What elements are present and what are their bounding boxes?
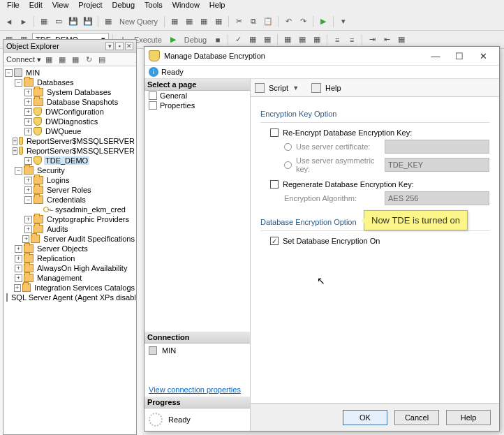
tree-item[interactable]: AlwaysOn High Availability	[36, 264, 128, 272]
tb2-icon-d[interactable]: ▦	[261, 34, 274, 46]
expander-icon[interactable]: +	[22, 235, 29, 243]
copy-icon[interactable]: ⧉	[247, 15, 260, 28]
script-dropdown-icon[interactable]: ▼	[292, 84, 299, 91]
panel-pin-icon[interactable]: ▪	[115, 42, 124, 50]
connect-button[interactable]: Connect ▾	[6, 55, 41, 64]
script-button[interactable]: Script	[269, 84, 288, 92]
expander-icon[interactable]: +	[13, 138, 17, 145]
menu-edit[interactable]: Edit	[25, 1, 47, 12]
new-query-icon[interactable]: ▦	[102, 15, 114, 28]
tb2-icon-g[interactable]: ▦	[311, 34, 323, 46]
tree-item[interactable]: Server Audit Specifications	[42, 235, 136, 243]
close-button[interactable]: ✕	[471, 48, 495, 64]
start-icon[interactable]: ▶	[317, 15, 329, 28]
menu-tools[interactable]: Tools	[140, 1, 167, 12]
save-icon[interactable]: 💾	[67, 15, 80, 28]
tree-item[interactable]: ReportServer$MSSQLSERVER	[25, 137, 136, 145]
dialog-titlebar[interactable]: Manage Database Encryption — ☐ ✕	[144, 47, 499, 65]
expander-icon[interactable]: +	[15, 265, 22, 272]
tb-icon-a[interactable]: ▦	[168, 15, 181, 28]
tree-item[interactable]: SQL Server Agent (Agent XPs disabl	[10, 293, 136, 302]
tb-icon-b[interactable]: ▦	[183, 15, 195, 28]
minimize-button[interactable]: —	[424, 48, 447, 64]
expander-icon[interactable]: +	[24, 177, 32, 184]
stop-icon[interactable]: ■	[212, 34, 224, 46]
expander-icon[interactable]: −	[5, 69, 13, 77]
connect-icon-a[interactable]: ▦	[43, 54, 54, 65]
tree-databases[interactable]: Databases	[36, 78, 75, 87]
menu-debug[interactable]: Debug	[108, 1, 139, 12]
tree-item[interactable]: DWQueue	[44, 127, 82, 135]
menu-project[interactable]: Project	[74, 1, 106, 12]
panel-dropdown-icon[interactable]: ▾	[105, 42, 114, 50]
menu-file[interactable]: File	[3, 1, 24, 12]
tree-item[interactable]: System Databases	[45, 88, 112, 96]
expander-icon[interactable]: +	[24, 89, 32, 96]
new-query-button[interactable]: New Query	[117, 17, 161, 26]
tree-credential-item[interactable]: sysadmin_ekm_cred	[54, 205, 127, 214]
expander-icon[interactable]: +	[15, 274, 22, 282]
tb2-icon-i[interactable]: ≡	[346, 34, 358, 46]
tb2-icon-j[interactable]: ▦	[395, 34, 408, 46]
connect-icon-b[interactable]: ▦	[57, 54, 68, 65]
tb-icon-e[interactable]: ▾	[337, 15, 350, 28]
help-button[interactable]: Help	[446, 410, 491, 425]
view-connection-link[interactable]: View connection properties	[149, 385, 246, 394]
tree-item[interactable]: Audits	[45, 225, 70, 233]
expander-icon[interactable]: +	[24, 157, 32, 165]
expander-icon[interactable]: −	[15, 79, 22, 87]
tree-item[interactable]: Cryptographic Providers	[45, 215, 131, 223]
expander-icon[interactable]: +	[14, 284, 21, 292]
redo-icon[interactable]: ↷	[297, 15, 309, 28]
expander-icon[interactable]: +	[24, 216, 32, 223]
tb-icon-c[interactable]: ▦	[198, 15, 210, 28]
parse-icon[interactable]: ✓	[232, 34, 244, 46]
tb-icon-d[interactable]: ▦	[212, 15, 225, 28]
expander-icon[interactable]: +	[24, 226, 32, 233]
expander-icon[interactable]: +	[24, 98, 32, 106]
expander-icon[interactable]: +	[15, 255, 22, 263]
menu-window[interactable]: Window	[168, 1, 204, 12]
refresh-icon[interactable]: ↻	[83, 54, 94, 65]
paste-icon[interactable]: 📋	[262, 15, 274, 28]
filter-icon[interactable]: ▤	[96, 54, 108, 65]
nav-fwd-icon[interactable]: ►	[17, 15, 30, 28]
tree-item[interactable]: Server Objects	[36, 244, 89, 253]
regenerate-checkbox[interactable]	[270, 180, 279, 189]
tree-item[interactable]: Logins	[45, 176, 71, 184]
new-project-icon[interactable]: ▦	[38, 15, 50, 28]
menu-help[interactable]: Help	[205, 1, 230, 12]
maximize-button[interactable]: ☐	[447, 48, 471, 64]
ok-button[interactable]: OK	[343, 410, 387, 425]
debug-play-icon[interactable]: ▶	[167, 34, 179, 46]
tree-tde-demo[interactable]: TDE_DEMO	[44, 156, 89, 165]
tb2-icon-f[interactable]: ▦	[296, 34, 309, 46]
tb2-icon-c[interactable]: ▦	[246, 34, 259, 46]
tree-credentials[interactable]: Credentials	[45, 196, 87, 204]
tree-server[interactable]: MIN	[24, 68, 41, 77]
tree-item[interactable]: DWDiagnostics	[44, 117, 99, 126]
expander-icon[interactable]: +	[24, 186, 32, 194]
debug-button[interactable]: Debug	[181, 36, 209, 44]
tb2-icon-h[interactable]: ≡	[331, 34, 343, 46]
reencrypt-checkbox[interactable]	[270, 128, 279, 137]
object-explorer-tree[interactable]: −MIN −Databases +System Databases +Datab…	[3, 66, 136, 434]
outdent-icon[interactable]: ⇤	[380, 34, 393, 46]
undo-icon[interactable]: ↶	[282, 15, 295, 28]
tb2-icon-e[interactable]: ▦	[281, 34, 294, 46]
page-general[interactable]: General	[144, 91, 250, 101]
expander-icon[interactable]: +	[24, 118, 32, 126]
page-properties[interactable]: Properties	[144, 101, 250, 110]
panel-close-icon[interactable]: ✕	[125, 42, 133, 50]
tree-item[interactable]: DWConfiguration	[44, 108, 105, 116]
tree-item[interactable]: ReportServer$MSSQLSERVER	[25, 147, 136, 155]
indent-icon[interactable]: ⇥	[366, 34, 378, 46]
expander-icon[interactable]: +	[15, 245, 22, 253]
cut-icon[interactable]: ✂	[232, 15, 245, 28]
tree-item[interactable]: Database Snapshots	[45, 98, 119, 106]
menu-view[interactable]: View	[48, 1, 73, 12]
tree-item[interactable]: Management	[36, 274, 83, 282]
connect-icon-c[interactable]: ▦	[70, 54, 81, 65]
expander-icon[interactable]: +	[13, 147, 17, 155]
tree-security[interactable]: Security	[36, 166, 66, 175]
